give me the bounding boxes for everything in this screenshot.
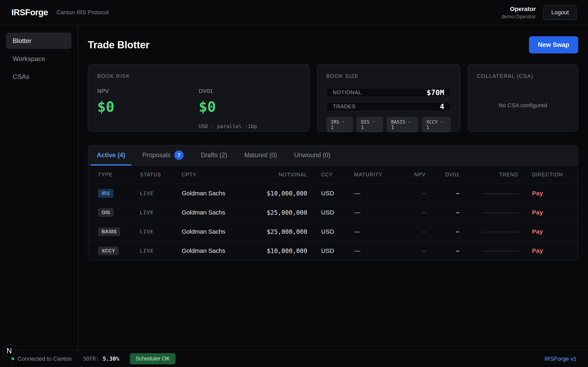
- proposals-count-badge: 7: [174, 150, 183, 160]
- type-badge: BASIS: [98, 227, 120, 236]
- trend-cell: [459, 247, 518, 254]
- dv01-note: USD · parallel ·1bp: [199, 123, 300, 129]
- trend-sparkline: [484, 232, 518, 233]
- status-cell: LIVE: [140, 191, 182, 196]
- status-bar: Connected to Canton SOFR: 5.30% Schedule…: [0, 350, 588, 367]
- tab-unwound[interactable]: Unwound (0): [288, 145, 337, 165]
- collateral-card: COLLATERAL (CSA) No CSA configured: [467, 64, 578, 132]
- chip-basis: BASIS · 1: [387, 117, 418, 132]
- type-badge: OIS: [98, 208, 114, 217]
- main-content: Trade Blotter New Swap BOOK RISK NPV $0 …: [78, 25, 588, 350]
- book-risk-card: BOOK RISK NPV $0 DV01 $0 USD · parallel …: [88, 64, 310, 132]
- connection-status-text: Connected to Canton: [17, 356, 72, 362]
- table-row[interactable]: OIS LIVE Goldman Sachs $25,000,000 USD —…: [88, 203, 578, 222]
- sidebar-item-csas[interactable]: CSAs: [6, 68, 71, 85]
- maturity-cell: —: [354, 247, 405, 254]
- col-npv: NPV: [405, 172, 426, 178]
- page-title: Trade Blotter: [88, 39, 149, 51]
- trend-cell: [459, 228, 518, 235]
- sidebar-item-blotter[interactable]: Blotter: [6, 33, 71, 49]
- cpty-cell: Goldman Sachs: [182, 247, 246, 254]
- notional-label: NOTIONAL: [333, 89, 362, 96]
- app-logo: IRSForge: [11, 8, 48, 17]
- tab-drafts-label: Drafts (2): [201, 151, 227, 159]
- direction-cell: Pay: [518, 247, 568, 254]
- ccy-cell: USD: [307, 228, 354, 235]
- trades-value: 4: [440, 102, 444, 111]
- trades-row: TRADES 4: [326, 102, 451, 111]
- trades-label: TRADES: [333, 103, 355, 110]
- type-cell: XCCY: [98, 247, 140, 255]
- sidebar-item-workspace[interactable]: Workspace: [6, 50, 71, 67]
- col-status: STATUS: [140, 172, 182, 178]
- notional-cell: $10,000,000: [246, 247, 307, 254]
- notional-cell: $25,000,000: [246, 209, 307, 216]
- col-cpty: CPTY: [182, 172, 246, 178]
- col-ccy: CCY: [307, 172, 354, 178]
- maturity-cell: —: [354, 228, 405, 235]
- ccy-cell: USD: [307, 209, 354, 216]
- col-trend: TREND: [459, 172, 518, 178]
- direction-cell: Pay: [518, 228, 568, 235]
- type-badge: XCCY: [98, 247, 119, 255]
- user-party: demo:Operator: [502, 14, 536, 20]
- new-swap-button[interactable]: New Swap: [529, 36, 578, 53]
- cpty-cell: Goldman Sachs: [182, 228, 246, 235]
- collateral-label: COLLATERAL (CSA): [477, 73, 569, 79]
- col-direction: DIRECTION: [518, 172, 568, 178]
- connection-status-dot: [11, 358, 14, 360]
- nextjs-dev-badge[interactable]: N: [3, 345, 16, 357]
- cpty-cell: Goldman Sachs: [182, 190, 246, 197]
- tab-unwound-label: Unwound (0): [294, 151, 330, 159]
- trade-type-chips: IRS · 1 OIS · 1 BASIS · 1 XCCY · 1: [326, 117, 451, 132]
- page-head: Trade Blotter New Swap: [88, 36, 578, 53]
- book-risk-columns: NPV $0 DV01 $0 USD · parallel ·1bp: [97, 88, 300, 129]
- book-size-label: BOOK SIZE: [326, 73, 451, 79]
- top-bar: IRSForge Canton IRS Protocol Operator de…: [0, 0, 588, 25]
- blotter-tabs: Active (4) Proposals 7 Drafts (2) Mature…: [88, 145, 578, 166]
- dv01-value: $0: [199, 99, 300, 115]
- version-link[interactable]: IRSForge v1: [545, 356, 577, 362]
- direction-cell: Pay: [518, 209, 568, 216]
- type-badge: IRS: [98, 189, 113, 198]
- ccy-cell: USD: [307, 247, 354, 254]
- table-row[interactable]: IRS LIVE Goldman Sachs $10,000,000 USD —…: [88, 184, 578, 203]
- scheduler-status-badge: Scheduler OK: [130, 353, 176, 364]
- tab-matured[interactable]: Matured (0): [238, 145, 283, 165]
- tab-drafts[interactable]: Drafts (2): [195, 145, 233, 165]
- col-notional: NOTIONAL: [246, 172, 307, 178]
- tab-active[interactable]: Active (4): [91, 145, 131, 165]
- sofr-value: 5.30%: [103, 356, 119, 362]
- tab-proposals-label: Proposals: [143, 151, 171, 159]
- trend-sparkline: [484, 212, 518, 213]
- notional-value: $70M: [426, 88, 444, 97]
- dv01-cell: –: [426, 228, 459, 235]
- tab-proposals[interactable]: Proposals 7: [136, 145, 190, 165]
- chip-ois: OIS · 1: [356, 117, 383, 132]
- stat-cards: BOOK RISK NPV $0 DV01 $0 USD · parallel …: [88, 64, 578, 132]
- notional-cell: $10,000,000: [246, 190, 307, 197]
- logout-button[interactable]: Logout: [544, 5, 577, 20]
- trend-sparkline: [484, 251, 518, 252]
- trend-sparkline: [484, 193, 518, 194]
- trend-cell: [459, 209, 518, 216]
- npv-cell: –: [405, 209, 426, 216]
- col-maturity: MATURITY: [354, 172, 405, 178]
- status-cell: LIVE: [140, 248, 182, 254]
- table-row[interactable]: XCCY LIVE Goldman Sachs $10,000,000 USD …: [88, 241, 578, 260]
- dv01-cell: –: [426, 190, 459, 197]
- table-row[interactable]: BASIS LIVE Goldman Sachs $25,000,000 USD…: [88, 222, 578, 241]
- col-type: TYPE: [98, 172, 140, 178]
- tab-matured-label: Matured (0): [244, 151, 277, 159]
- app-subtitle: Canton IRS Protocol: [57, 9, 109, 16]
- type-cell: IRS: [98, 189, 140, 198]
- direction-cell: Pay: [518, 190, 568, 197]
- notional-row: NOTIONAL $70M: [326, 88, 451, 97]
- sofr-label: SOFR:: [83, 356, 99, 362]
- notional-cell: $25,000,000: [246, 228, 307, 235]
- npv-label: NPV: [97, 88, 199, 94]
- sidebar: Blotter Workspace CSAs: [0, 25, 78, 350]
- layout: Blotter Workspace CSAs Trade Blotter New…: [0, 25, 588, 350]
- user-block: Operator demo:Operator: [502, 6, 536, 20]
- blotter-table-card: Active (4) Proposals 7 Drafts (2) Mature…: [88, 145, 578, 261]
